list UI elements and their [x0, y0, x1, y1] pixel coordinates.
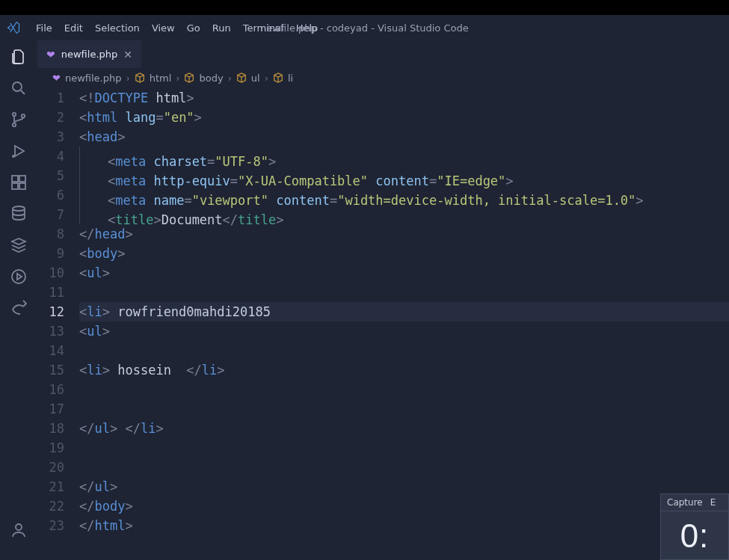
code-line[interactable]: <body>: [79, 244, 729, 263]
overlay-btn-capture[interactable]: Capture: [667, 497, 703, 508]
php-file-icon: ❤: [52, 73, 61, 84]
svg-rect-7: [19, 183, 25, 189]
svg-point-3: [22, 114, 25, 117]
arrow-circle-icon[interactable]: [8, 266, 29, 287]
git-branch-icon[interactable]: [8, 109, 29, 130]
code-line[interactable]: <li> rowfriend0mahdi20185: [79, 302, 729, 321]
code-line[interactable]: </ul> </li>: [79, 419, 729, 438]
close-icon[interactable]: ✕: [123, 49, 132, 61]
chevron-right-icon: ›: [126, 73, 129, 84]
tab-label: newfile.php: [61, 49, 118, 60]
line-number-gutter: 1234567891011121314151617181920212223: [37, 88, 79, 560]
breadcrumbs[interactable]: ❤newfile.php›html›body›ul›li: [37, 69, 729, 87]
editor-group: ❤ newfile.php ✕ ❤newfile.php›html›body›u…: [37, 40, 729, 560]
element-icon: [236, 73, 247, 83]
menu-file[interactable]: File: [30, 19, 58, 37]
code-line[interactable]: <!DOCTYPE html>: [79, 88, 729, 108]
element-icon: [184, 73, 194, 83]
php-file-icon: ❤: [46, 49, 55, 61]
menu-run[interactable]: Run: [206, 19, 237, 37]
tab-newfile-php[interactable]: ❤ newfile.php ✕: [37, 40, 141, 68]
code-content[interactable]: <!DOCTYPE html><html lang="en"><head><me…: [79, 88, 729, 560]
svg-rect-5: [12, 176, 18, 182]
code-line[interactable]: <meta http-equiv="X-UA-Compatible" conte…: [79, 166, 729, 185]
svg-point-9: [13, 206, 25, 211]
element-icon: [135, 73, 145, 83]
code-editor[interactable]: 1234567891011121314151617181920212223 <!…: [37, 87, 729, 560]
code-line[interactable]: <head>: [79, 127, 729, 147]
code-line[interactable]: <li> hossein </li>: [79, 360, 729, 380]
svg-rect-6: [12, 183, 18, 189]
menu-terminal[interactable]: Terminal: [237, 19, 290, 37]
vscode-window: FileEditSelectionViewGoRunTerminalHelp n…: [0, 15, 729, 560]
code-line[interactable]: <html lang="en">: [79, 108, 729, 127]
menu-view[interactable]: View: [146, 19, 181, 37]
breadcrumb-segment[interactable]: body: [199, 73, 223, 84]
code-line[interactable]: <ul>: [79, 321, 729, 341]
database-icon[interactable]: [8, 203, 29, 224]
svg-rect-8: [19, 176, 25, 182]
stack-icon[interactable]: [8, 235, 29, 256]
element-icon: [273, 73, 283, 83]
menu-edit[interactable]: Edit: [58, 19, 89, 37]
debug-run-icon[interactable]: [8, 141, 29, 161]
extensions-icon[interactable]: [8, 172, 29, 193]
svg-point-11: [16, 524, 22, 530]
svg-point-2: [13, 123, 16, 126]
breadcrumb-segment[interactable]: ul: [251, 73, 260, 84]
menu-help[interactable]: Help: [290, 19, 324, 37]
svg-point-4: [12, 155, 15, 158]
menu-go[interactable]: Go: [181, 19, 206, 37]
code-line[interactable]: [79, 438, 729, 458]
breadcrumb-segment[interactable]: newfile.php: [65, 73, 122, 84]
overlay-timer: 0:: [680, 517, 710, 555]
activity-bar: [0, 40, 37, 560]
svg-point-1: [13, 113, 16, 116]
code-line[interactable]: <ul>: [79, 263, 729, 283]
overlay-btn-e[interactable]: E: [710, 497, 716, 508]
code-line[interactable]: </html>: [79, 516, 729, 535]
chevron-right-icon: ›: [265, 73, 268, 84]
chevron-right-icon: ›: [228, 73, 232, 84]
code-line[interactable]: [79, 458, 729, 477]
breadcrumb-segment[interactable]: li: [288, 73, 293, 84]
capture-overlay[interactable]: Capture E 0:: [660, 493, 729, 560]
code-line[interactable]: [79, 399, 729, 419]
code-line[interactable]: [79, 283, 729, 302]
code-line[interactable]: [79, 341, 729, 360]
menu-selection[interactable]: Selection: [89, 19, 146, 37]
files-icon[interactable]: [8, 46, 29, 67]
share-icon[interactable]: [8, 298, 29, 319]
code-line[interactable]: <meta name="viewport" content="width=dev…: [79, 185, 729, 205]
code-line[interactable]: </body>: [79, 496, 729, 516]
editor-tabs: ❤ newfile.php ✕: [37, 40, 729, 69]
vscode-logo-icon: [6, 20, 21, 35]
titlebar: FileEditSelectionViewGoRunTerminalHelp n…: [0, 15, 729, 40]
code-line[interactable]: </ul>: [79, 477, 729, 496]
account-icon[interactable]: [8, 520, 29, 541]
chevron-right-icon: ›: [176, 73, 179, 84]
code-line[interactable]: <meta charset="UTF-8">: [79, 147, 729, 166]
svg-point-10: [12, 270, 25, 283]
search-icon[interactable]: [8, 78, 29, 99]
breadcrumb-segment[interactable]: html: [150, 73, 172, 84]
svg-point-0: [13, 82, 22, 91]
menu-bar: FileEditSelectionViewGoRunTerminalHelp: [30, 19, 324, 37]
code-line[interactable]: [79, 380, 729, 399]
